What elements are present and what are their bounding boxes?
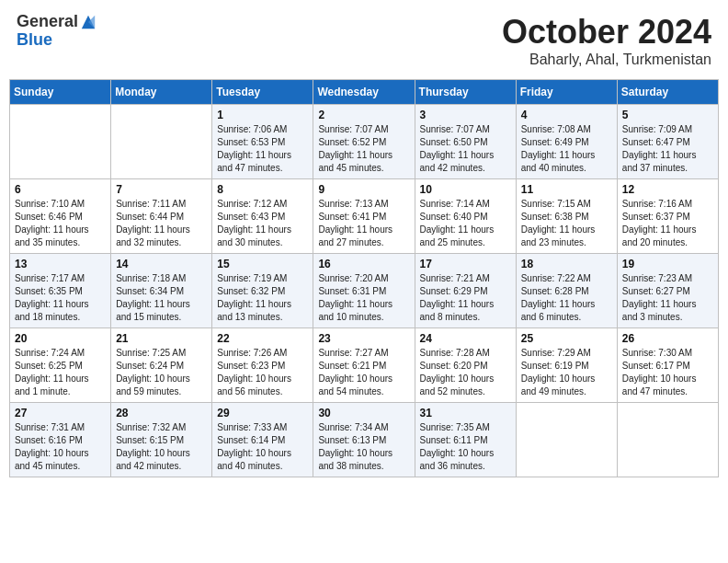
calendar-cell: 12Sunrise: 7:16 AM Sunset: 6:37 PM Dayli… — [617, 179, 718, 254]
day-number: 11 — [521, 183, 612, 196]
calendar-cell: 11Sunrise: 7:15 AM Sunset: 6:38 PM Dayli… — [516, 179, 617, 254]
day-number: 23 — [318, 332, 409, 345]
calendar-cell — [617, 403, 718, 477]
day-detail: Sunrise: 7:20 AM Sunset: 6:31 PM Dayligh… — [318, 272, 409, 324]
calendar-cell: 4Sunrise: 7:08 AM Sunset: 6:49 PM Daylig… — [516, 105, 617, 179]
day-detail: Sunrise: 7:11 AM Sunset: 6:44 PM Dayligh… — [116, 198, 207, 249]
day-detail: Sunrise: 7:09 AM Sunset: 6:47 PM Dayligh… — [622, 123, 713, 175]
day-number: 22 — [217, 332, 308, 345]
day-detail: Sunrise: 7:27 AM Sunset: 6:21 PM Dayligh… — [318, 347, 409, 398]
dow-header: Thursday — [415, 80, 516, 105]
day-number: 1 — [217, 109, 308, 121]
day-detail: Sunrise: 7:14 AM Sunset: 6:40 PM Dayligh… — [420, 198, 511, 249]
calendar-cell: 18Sunrise: 7:22 AM Sunset: 6:28 PM Dayli… — [516, 254, 617, 328]
calendar-cell: 20Sunrise: 7:24 AM Sunset: 6:25 PM Dayli… — [10, 328, 111, 403]
day-detail: Sunrise: 7:25 AM Sunset: 6:24 PM Dayligh… — [116, 347, 207, 398]
day-number: 9 — [318, 183, 409, 196]
day-number: 4 — [521, 109, 612, 121]
calendar-cell: 14Sunrise: 7:18 AM Sunset: 6:34 PM Dayli… — [111, 254, 212, 328]
day-number: 6 — [15, 183, 106, 196]
day-detail: Sunrise: 7:32 AM Sunset: 6:15 PM Dayligh… — [116, 421, 207, 473]
calendar-cell: 5Sunrise: 7:09 AM Sunset: 6:47 PM Daylig… — [617, 105, 718, 179]
day-detail: Sunrise: 7:35 AM Sunset: 6:11 PM Dayligh… — [420, 421, 511, 473]
day-number: 8 — [217, 183, 308, 196]
day-number: 13 — [15, 258, 106, 270]
calendar-cell: 8Sunrise: 7:12 AM Sunset: 6:43 PM Daylig… — [212, 179, 313, 254]
day-detail: Sunrise: 7:12 AM Sunset: 6:43 PM Dayligh… — [217, 198, 308, 249]
day-number: 18 — [521, 258, 612, 270]
calendar-table: SundayMondayTuesdayWednesdayThursdayFrid… — [9, 79, 719, 477]
calendar-cell: 21Sunrise: 7:25 AM Sunset: 6:24 PM Dayli… — [111, 328, 212, 403]
day-number: 21 — [116, 332, 207, 345]
calendar-cell — [516, 403, 617, 477]
day-detail: Sunrise: 7:21 AM Sunset: 6:29 PM Dayligh… — [420, 272, 511, 324]
calendar-cell: 3Sunrise: 7:07 AM Sunset: 6:50 PM Daylig… — [415, 105, 516, 179]
calendar-cell: 25Sunrise: 7:29 AM Sunset: 6:19 PM Dayli… — [516, 328, 617, 403]
calendar-cell: 26Sunrise: 7:30 AM Sunset: 6:17 PM Dayli… — [617, 328, 718, 403]
calendar-cell: 24Sunrise: 7:28 AM Sunset: 6:20 PM Dayli… — [415, 328, 516, 403]
day-detail: Sunrise: 7:07 AM Sunset: 6:52 PM Dayligh… — [318, 123, 409, 175]
calendar-cell: 28Sunrise: 7:32 AM Sunset: 6:15 PM Dayli… — [111, 403, 212, 477]
calendar-cell — [111, 105, 212, 179]
day-of-week-row: SundayMondayTuesdayWednesdayThursdayFrid… — [10, 80, 719, 105]
calendar-week-row: 6Sunrise: 7:10 AM Sunset: 6:46 PM Daylig… — [10, 179, 719, 254]
calendar-week-row: 1Sunrise: 7:06 AM Sunset: 6:53 PM Daylig… — [10, 105, 719, 179]
calendar-cell: 19Sunrise: 7:23 AM Sunset: 6:27 PM Dayli… — [617, 254, 718, 328]
calendar-cell: 10Sunrise: 7:14 AM Sunset: 6:40 PM Dayli… — [415, 179, 516, 254]
day-number: 5 — [622, 109, 713, 121]
calendar-cell: 9Sunrise: 7:13 AM Sunset: 6:41 PM Daylig… — [313, 179, 415, 254]
day-detail: Sunrise: 7:22 AM Sunset: 6:28 PM Dayligh… — [521, 272, 612, 324]
day-detail: Sunrise: 7:06 AM Sunset: 6:53 PM Dayligh… — [217, 123, 308, 175]
day-detail: Sunrise: 7:30 AM Sunset: 6:17 PM Dayligh… — [622, 347, 713, 398]
day-number: 26 — [622, 332, 713, 345]
calendar-cell: 23Sunrise: 7:27 AM Sunset: 6:21 PM Dayli… — [313, 328, 415, 403]
day-detail: Sunrise: 7:15 AM Sunset: 6:38 PM Dayligh… — [521, 198, 612, 249]
dow-header: Saturday — [617, 80, 718, 105]
day-detail: Sunrise: 7:26 AM Sunset: 6:23 PM Dayligh… — [217, 347, 308, 398]
calendar-week-row: 20Sunrise: 7:24 AM Sunset: 6:25 PM Dayli… — [10, 328, 719, 403]
calendar-cell: 29Sunrise: 7:33 AM Sunset: 6:14 PM Dayli… — [212, 403, 313, 477]
dow-header: Wednesday — [313, 80, 415, 105]
calendar-cell: 30Sunrise: 7:34 AM Sunset: 6:13 PM Dayli… — [313, 403, 415, 477]
day-detail: Sunrise: 7:23 AM Sunset: 6:27 PM Dayligh… — [622, 272, 713, 324]
calendar-cell: 27Sunrise: 7:31 AM Sunset: 6:16 PM Dayli… — [10, 403, 111, 477]
calendar-cell — [10, 105, 111, 179]
day-detail: Sunrise: 7:19 AM Sunset: 6:32 PM Dayligh… — [217, 272, 308, 324]
day-detail: Sunrise: 7:16 AM Sunset: 6:37 PM Dayligh… — [622, 198, 713, 249]
day-detail: Sunrise: 7:31 AM Sunset: 6:16 PM Dayligh… — [15, 421, 106, 473]
day-number: 15 — [217, 258, 308, 270]
dow-header: Sunday — [10, 80, 111, 105]
day-detail: Sunrise: 7:10 AM Sunset: 6:46 PM Dayligh… — [15, 198, 106, 249]
calendar-cell: 22Sunrise: 7:26 AM Sunset: 6:23 PM Dayli… — [212, 328, 313, 403]
title-block: October 2024 Baharly, Ahal, Turkmenistan — [502, 13, 711, 68]
day-number: 25 — [521, 332, 612, 345]
calendar-cell: 2Sunrise: 7:07 AM Sunset: 6:52 PM Daylig… — [313, 105, 415, 179]
calendar-cell: 1Sunrise: 7:06 AM Sunset: 6:53 PM Daylig… — [212, 105, 313, 179]
location-title: Baharly, Ahal, Turkmenistan — [502, 52, 711, 68]
calendar-cell: 15Sunrise: 7:19 AM Sunset: 6:32 PM Dayli… — [212, 254, 313, 328]
logo-general: General — [17, 13, 78, 31]
logo-icon — [80, 14, 97, 30]
day-number: 3 — [420, 109, 511, 121]
calendar-cell: 16Sunrise: 7:20 AM Sunset: 6:31 PM Dayli… — [313, 254, 415, 328]
day-detail: Sunrise: 7:08 AM Sunset: 6:49 PM Dayligh… — [521, 123, 612, 175]
calendar-cell: 31Sunrise: 7:35 AM Sunset: 6:11 PM Dayli… — [415, 403, 516, 477]
day-number: 7 — [116, 183, 207, 196]
dow-header: Monday — [111, 80, 212, 105]
day-number: 28 — [116, 407, 207, 419]
day-number: 31 — [420, 407, 511, 419]
day-number: 2 — [318, 109, 409, 121]
day-number: 29 — [217, 407, 308, 419]
day-number: 24 — [420, 332, 511, 345]
day-detail: Sunrise: 7:07 AM Sunset: 6:50 PM Dayligh… — [420, 123, 511, 175]
day-number: 12 — [622, 183, 713, 196]
logo-blue: Blue — [17, 31, 97, 50]
day-detail: Sunrise: 7:34 AM Sunset: 6:13 PM Dayligh… — [318, 421, 409, 473]
day-number: 30 — [318, 407, 409, 419]
day-detail: Sunrise: 7:29 AM Sunset: 6:19 PM Dayligh… — [521, 347, 612, 398]
calendar-week-row: 13Sunrise: 7:17 AM Sunset: 6:35 PM Dayli… — [10, 254, 719, 328]
day-number: 27 — [15, 407, 106, 419]
day-detail: Sunrise: 7:18 AM Sunset: 6:34 PM Dayligh… — [116, 272, 207, 324]
day-number: 14 — [116, 258, 207, 270]
day-detail: Sunrise: 7:28 AM Sunset: 6:20 PM Dayligh… — [420, 347, 511, 398]
